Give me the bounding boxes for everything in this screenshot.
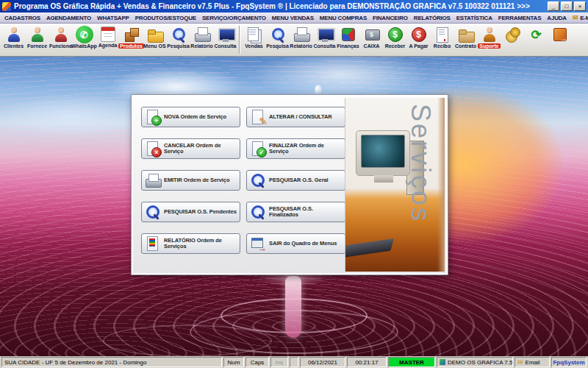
water-ripple [103,325,272,356]
toolbar-button-caixa[interactable]: CAIXA [360,25,383,54]
email-label: Email [526,359,540,366]
toolbar-button-relatorio2[interactable]: Relatório [290,25,312,54]
dialog-button-pesq-geral[interactable]: PESQUISAR O.S. Geral [246,170,345,191]
menu-item-relatorios[interactable]: RELATÓRIOS [411,14,453,22]
dialog-button-pesq-fin[interactable]: PESQUISAR O.S. Finalizados [246,202,345,222]
toolbar-button-clientes[interactable]: Clientes [2,25,25,54]
toolbar-button-consulta1[interactable]: Consulta [214,25,237,54]
toolbar-button-agenda[interactable]: Agenda [96,25,119,54]
toolbar-button-label: Funciona [49,43,72,49]
receipt-icon [434,26,451,43]
toolbar-button-label: Fornece [27,43,47,49]
exit-box-icon [551,26,569,43]
menu-item-servico-orcamento[interactable]: SERVIÇO/ORÇAMENTO [199,14,269,22]
toolbar-button-relatorio1[interactable]: Relatório [190,25,213,54]
dialog-button-alterar[interactable]: ALTERAR / CONSULTAR [246,107,345,127]
menu-item-financeiro[interactable]: FINANCEIRO [370,14,411,22]
menu-item-menu-compras[interactable]: MENU COMPRAS [317,14,370,22]
finance-cube-icon [340,26,357,43]
dialog-button-label: PESQUISAR O.S. Pendentes [164,209,237,215]
supplier-icon [29,26,46,43]
menu-item-label: WHATSAPP [97,15,129,21]
menu-item-produtos-estoque[interactable]: PRODUTOS/ESTOQUE [132,14,199,22]
toolbar-separator [239,26,240,54]
menu-item-whatsapp[interactable]: WHATSAPP [94,14,132,22]
menu-item-ferramentas[interactable]: FERRAMENTAS [495,14,545,22]
status-insert: Ins [270,357,288,367]
toolbar-button-label: Pesquisa [266,43,289,49]
toolbar-button-moedas[interactable] [501,25,524,54]
toolbar-button-suporte[interactable]: Suporte [478,25,501,54]
menu-item-ajuda[interactable]: AJUDA [544,14,570,22]
dialog-button-sair[interactable]: SAIR do Quadro de Menus [246,233,345,254]
menu-item-label: FERRAMENTAS [498,15,542,21]
toolbar-button-menuos[interactable]: Menu OS [143,25,166,54]
dialog-button-relatorio[interactable]: RELATÓRIO Ordem de Serviços [141,233,240,254]
status-bar: SUA CIDADE - UF 5 de Dezembro de 2021 - … [0,356,588,368]
maximize-button[interactable]: □ [561,1,573,11]
toolbar-button-receber[interactable]: Receber [384,25,406,54]
toolbar-button-pesquisa1[interactable]: Pesquisa [167,25,190,54]
refresh-icon [528,26,545,43]
search-icon [269,26,287,43]
products-icon [123,26,140,43]
toolbar-button-apagar[interactable]: A Pagar [407,25,430,54]
menu-item-agendamento[interactable]: AGENDAMENTO [43,14,94,22]
toolbar-button-contrato[interactable]: Contrato [454,25,477,54]
close-button[interactable]: × [574,1,586,11]
license-icon [440,359,445,365]
menu-item-menu-vendas[interactable]: MENU VENDAS [269,14,317,22]
license-text: DEMO OS GRAFICA 7.5 [448,359,512,366]
menu-item-label: MENU COMPRAS [320,15,367,21]
toolbar-button-fornece[interactable]: Fornece [26,25,49,54]
status-time: 00:21:17 [347,357,387,367]
receivables-coin-icon [387,26,404,43]
employee-icon [52,26,70,43]
toolbar-button-funciona[interactable]: Funciona [49,25,72,54]
dialog-button-cancelar[interactable]: CANCELAR Ordem de Serviço [141,138,240,159]
menu-item-label: PRODUTOS/ESTOQUE [135,15,196,21]
menu-item-cadastros[interactable]: CADASTROS [1,14,43,22]
toolbar-button-produtos[interactable]: Produtos [120,25,143,54]
dialog-button-nova[interactable]: NOVA Ordem de Serviço [141,107,240,127]
menu-item-estatistica[interactable]: ESTATÍSTICA [453,14,495,22]
search-icon [145,204,161,220]
menu-item-label: E-MAIL [580,15,588,21]
toolbar-button-pesquisa2[interactable]: Pesquisa [266,25,289,54]
clients-icon [5,26,23,43]
toolbar-button-label: Pesquisa [167,43,190,49]
toolbar-button-vendas[interactable]: Vendas [243,25,265,54]
menu-item-label: ESTATÍSTICA [456,15,492,21]
menu-item-label: MENU VENDAS [272,15,314,21]
toolbar-button-label: WhatsApp [71,43,97,49]
desktop-wallpaper: NOVA Ordem de ServiçoALTERAR / CONSULTAR… [0,57,588,356]
report-icon [145,236,161,252]
toolbar-button-label: Relatório [190,43,212,49]
toolbar-button-financas[interactable]: Finanças [337,25,359,54]
window-title: Programa OS Gráfica Rápida + Vendas & Fi… [14,2,545,10]
status-email[interactable]: Email [514,357,550,367]
services-photo-panel: Serviços [345,98,445,272]
menu-item-label: RELATÓRIOS [414,15,451,21]
title-bar: Programa OS Gráfica Rápida + Vendas & Fi… [0,0,588,13]
toolbar-button-whatsapp[interactable]: WhatsApp [73,25,96,54]
minimize-button[interactable]: _ [548,1,559,11]
dialog-button-pesq-pend[interactable]: PESQUISAR O.S. Pendentes [141,202,240,222]
dialog-button-emitir[interactable]: EMITIR Ordem de Serviço [141,170,240,191]
toolbar-button-consulta2[interactable]: Consulta [313,25,336,54]
app-icon [2,2,11,11]
toolbar-button-sync[interactable] [525,25,548,54]
toolbar-button-label: Vendas [245,43,263,49]
toolbar-button-label: Receber [385,43,406,49]
dialog-button-finalizar[interactable]: FINALIZAR Ordem de Serviço [246,138,345,159]
services-menu-dialog: NOVA Ordem de ServiçoALTERAR / CONSULTAR… [131,94,448,275]
payables-coin-icon [410,26,428,43]
toolbar-button-label: A Pagar [409,43,428,49]
toolbar-button-sistema[interactable] [548,25,571,54]
search-icon [250,172,266,188]
finalize-order-icon [250,141,266,157]
toolbar-button-recibo[interactable]: Recibo [431,25,453,54]
menu-item-email[interactable]: E-MAIL [570,13,588,22]
calendar-icon [101,26,115,42]
dialog-button-label: PESQUISAR O.S. Finalizados [269,206,342,219]
